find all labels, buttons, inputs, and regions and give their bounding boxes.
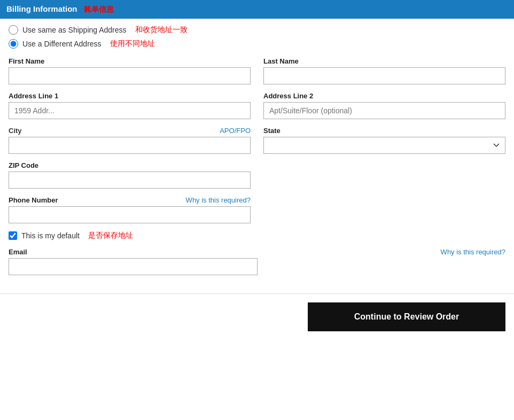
- same-address-radio[interactable]: [9, 25, 18, 35]
- email-why-required-link[interactable]: Why is this required?: [441, 248, 505, 256]
- last-name-input[interactable]: [263, 67, 505, 84]
- state-label-row: State: [263, 127, 505, 135]
- first-name-group: First Name: [9, 57, 251, 84]
- phone-label: Phone Number: [9, 196, 58, 204]
- different-address-option: Use a Different Address 使用不同地址: [9, 39, 505, 49]
- address-line1-label: Address Line 1: [9, 92, 58, 100]
- phone-label-row: Phone Number Why is this required?: [9, 196, 251, 204]
- last-name-label: Last Name: [263, 57, 299, 65]
- address-line2-label-row: Address Line 2: [263, 92, 505, 100]
- email-label-row: Email Why is this required?: [9, 248, 505, 256]
- state-group: State AL AK CA FL NY TX: [263, 127, 505, 154]
- zip-label: ZIP Code: [9, 161, 38, 169]
- email-label: Email: [9, 248, 27, 256]
- default-address-label[interactable]: This is my default: [21, 231, 80, 240]
- city-label-row: City APO/FPO: [9, 127, 251, 135]
- city-input[interactable]: [9, 137, 251, 154]
- form-grid: First Name Last Name Address Line 1 Addr…: [9, 57, 505, 231]
- address-line2-label: Address Line 2: [263, 92, 313, 100]
- same-address-option: Use same as Shipping Address 和收货地址一致: [9, 25, 505, 35]
- billing-form-content: Use same as Shipping Address 和收货地址一致 Use…: [0, 19, 514, 289]
- different-address-label[interactable]: Use a Different Address: [22, 40, 102, 48]
- default-address-annotation: 是否保存地址: [88, 231, 133, 240]
- phone-why-required-link[interactable]: Why is this required?: [186, 196, 251, 204]
- zip-spacer: [263, 161, 505, 189]
- phone-input[interactable]: [9, 206, 251, 223]
- address-line2-group: Address Line 2: [263, 92, 505, 119]
- continue-to-review-button[interactable]: Continue to Review Order: [308, 302, 505, 331]
- phone-spacer: [263, 196, 505, 223]
- address-line2-input[interactable]: [263, 102, 505, 119]
- button-row: Continue to Review Order: [0, 293, 514, 340]
- default-checkbox-row: This is my default 是否保存地址: [9, 231, 505, 240]
- email-group: Email Why is this required?: [9, 248, 505, 275]
- state-label: State: [263, 127, 281, 135]
- address-options: Use same as Shipping Address 和收货地址一致 Use…: [9, 25, 505, 49]
- first-name-input[interactable]: [9, 67, 251, 84]
- different-address-annotation: 使用不同地址: [110, 39, 155, 49]
- same-address-annotation: 和收货地址一致: [135, 25, 188, 35]
- address-line1-label-row: Address Line 1: [9, 92, 251, 100]
- zip-label-row: ZIP Code: [9, 161, 251, 169]
- email-input[interactable]: [9, 258, 258, 275]
- same-address-label[interactable]: Use same as Shipping Address: [22, 26, 127, 34]
- default-address-checkbox[interactable]: [9, 231, 17, 240]
- header-title: Billing Information: [6, 4, 77, 13]
- state-select[interactable]: AL AK CA FL NY TX: [263, 137, 505, 154]
- apo-fpo-link[interactable]: APO/FPO: [220, 127, 251, 135]
- city-group: City APO/FPO: [9, 127, 251, 154]
- different-address-radio[interactable]: [9, 39, 18, 49]
- first-name-label-row: First Name: [9, 57, 251, 65]
- address-line1-input[interactable]: [9, 102, 251, 119]
- last-name-label-row: Last Name: [263, 57, 505, 65]
- phone-group: Phone Number Why is this required?: [9, 196, 251, 223]
- first-name-label: First Name: [9, 57, 44, 65]
- last-name-group: Last Name: [263, 57, 505, 84]
- zip-group: ZIP Code: [9, 161, 251, 189]
- header-annotation: 账单信息: [84, 5, 114, 13]
- zip-input[interactable]: [9, 172, 251, 189]
- billing-header: Billing Information 账单信息: [0, 0, 514, 19]
- address-line1-group: Address Line 1: [9, 92, 251, 119]
- city-label: City: [9, 127, 22, 135]
